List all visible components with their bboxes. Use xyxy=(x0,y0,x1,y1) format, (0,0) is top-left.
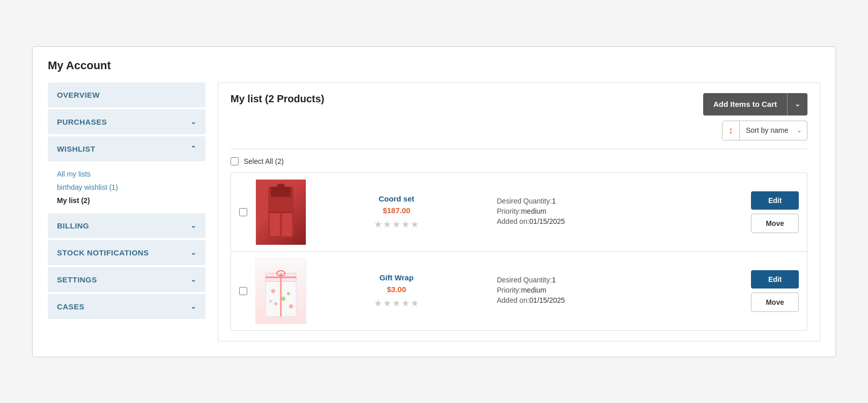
desired-qty-2: Desired Quantity:1 xyxy=(497,276,743,284)
product-info-1: Coord set $187.00 ★ ★ ★ ★ ★ xyxy=(314,194,478,230)
content-area: My list (2 Products) Add Items to Cart ⌄… xyxy=(218,82,820,341)
cases-chevron-icon: ⌄ xyxy=(190,302,196,310)
cases-label: CASES xyxy=(57,302,84,311)
main-layout: OVERVIEW PURCHASES ⌄ WISHLIST ⌃ All my l… xyxy=(48,82,820,341)
star-2: ★ xyxy=(383,298,391,309)
product-meta-2: Desired Quantity:1 Priority:medium Added… xyxy=(486,276,743,306)
product-actions-1: Edit Move xyxy=(751,191,799,233)
product-checkbox-1[interactable] xyxy=(239,208,247,216)
svg-rect-4 xyxy=(270,213,280,236)
star-1: ★ xyxy=(374,298,382,309)
product-image-2 xyxy=(255,258,306,324)
purchases-label: PURCHASES xyxy=(57,118,107,126)
added-on-2: Added on:01/15/2025 xyxy=(497,296,743,304)
product-info-2: Gift Wrap $3.00 ★ ★ ★ ★ ★ xyxy=(314,273,478,309)
sidebar-item-purchases[interactable]: PURCHASES ⌄ xyxy=(48,109,206,134)
product-image-1 xyxy=(255,179,306,245)
product-name-1[interactable]: Coord set xyxy=(314,194,478,203)
select-all-row: Select All (2) xyxy=(230,157,807,165)
sort-icon-box: ↕ xyxy=(722,121,740,140)
sidebar-item-overview[interactable]: OVERVIEW xyxy=(48,82,206,107)
sidebar-item-billing[interactable]: BILLING ⌄ xyxy=(48,213,206,238)
add-to-cart-label: Add Items to Cart xyxy=(703,94,787,114)
stock-notifications-chevron-icon: ⌄ xyxy=(190,248,196,256)
edit-button-1[interactable]: Edit xyxy=(751,191,799,210)
coord-set-image xyxy=(256,180,306,245)
header-actions: Add Items to Cart ⌄ ↕ Sort by name Sort … xyxy=(703,93,807,140)
product-checkbox-2[interactable] xyxy=(239,287,247,295)
star-1: ★ xyxy=(374,219,382,230)
move-button-1[interactable]: Move xyxy=(751,214,799,233)
purchases-chevron-icon: ⌄ xyxy=(190,118,196,126)
settings-label: SETTINGS xyxy=(57,275,97,284)
star-3: ★ xyxy=(392,219,400,230)
product-price-2: $3.00 xyxy=(314,285,478,294)
page-title: My Account xyxy=(48,59,820,72)
billing-chevron-icon: ⌄ xyxy=(190,221,196,229)
svg-point-12 xyxy=(281,297,285,301)
submenu-birthday-wishlist[interactable]: birthday wishlist (1) xyxy=(57,181,196,194)
added-on-1: Added on:01/15/2025 xyxy=(497,217,743,225)
star-5: ★ xyxy=(411,298,419,309)
page-wrapper: My Account OVERVIEW PURCHASES ⌄ WISHLIST… xyxy=(32,46,836,357)
move-button-2[interactable]: Move xyxy=(751,293,799,312)
content-header: My list (2 Products) Add Items to Cart ⌄… xyxy=(230,93,807,149)
table-row: Coord set $187.00 ★ ★ ★ ★ ★ Desired Quan… xyxy=(231,173,807,252)
sidebar-item-wishlist[interactable]: WISHLIST ⌃ xyxy=(48,136,206,161)
svg-point-13 xyxy=(274,302,277,305)
wishlist-label: WISHLIST xyxy=(57,145,95,153)
svg-rect-1 xyxy=(271,187,291,197)
sidebar-item-stock-notifications[interactable]: STOCK NOTIFICATIONS ⌄ xyxy=(48,240,206,265)
product-stars-1: ★ ★ ★ ★ ★ xyxy=(314,219,478,230)
svg-rect-5 xyxy=(282,213,292,236)
svg-point-16 xyxy=(289,304,293,308)
svg-point-15 xyxy=(269,300,272,303)
star-2: ★ xyxy=(383,219,391,230)
wishlist-submenu: All my lists birthday wishlist (1) My li… xyxy=(48,163,206,213)
svg-point-2 xyxy=(277,184,285,188)
select-all-label[interactable]: Select All (2) xyxy=(244,157,284,165)
product-stars-2: ★ ★ ★ ★ ★ xyxy=(314,298,478,309)
priority-1: Priority:medium xyxy=(497,207,743,215)
sort-bar: ↕ Sort by name Sort by price Sort by dat… xyxy=(722,121,807,140)
wishlist-chevron-icon: ⌃ xyxy=(190,145,196,153)
sort-dropdown-wrapper: Sort by name Sort by price Sort by date … xyxy=(740,122,807,138)
svg-point-14 xyxy=(287,292,290,295)
add-to-cart-arrow-icon: ⌄ xyxy=(788,94,807,114)
list-title: My list (2 Products) xyxy=(230,93,324,105)
select-all-checkbox[interactable] xyxy=(230,157,239,165)
settings-chevron-icon: ⌄ xyxy=(190,275,196,283)
star-4: ★ xyxy=(401,219,410,230)
star-3: ★ xyxy=(392,298,400,309)
product-table: Coord set $187.00 ★ ★ ★ ★ ★ Desired Quan… xyxy=(230,172,807,331)
table-row: Gift Wrap $3.00 ★ ★ ★ ★ ★ Desired Quanti… xyxy=(231,252,807,330)
billing-label: BILLING xyxy=(57,221,89,230)
edit-button-2[interactable]: Edit xyxy=(751,270,799,289)
sort-order-icon: ↕ xyxy=(729,125,733,136)
sidebar-item-settings[interactable]: SETTINGS ⌄ xyxy=(48,267,206,292)
submenu-all-lists[interactable]: All my lists xyxy=(57,167,196,181)
stock-notifications-label: STOCK NOTIFICATIONS xyxy=(57,248,149,257)
add-items-to-cart-button[interactable]: Add Items to Cart ⌄ xyxy=(703,93,807,116)
svg-point-11 xyxy=(271,289,275,293)
sort-select[interactable]: Sort by name Sort by price Sort by date xyxy=(740,122,807,138)
product-meta-1: Desired Quantity:1 Priority:medium Added… xyxy=(486,197,743,227)
product-name-2[interactable]: Gift Wrap xyxy=(314,273,478,282)
gift-wrap-image xyxy=(256,258,306,324)
priority-2: Priority:medium xyxy=(497,286,743,294)
overview-label: OVERVIEW xyxy=(57,91,100,99)
sidebar: OVERVIEW PURCHASES ⌄ WISHLIST ⌃ All my l… xyxy=(48,82,206,341)
desired-qty-1: Desired Quantity:1 xyxy=(497,197,743,205)
star-5: ★ xyxy=(411,219,419,230)
submenu-my-list[interactable]: My list (2) xyxy=(57,194,196,207)
star-4: ★ xyxy=(401,298,410,309)
sidebar-item-cases[interactable]: CASES ⌄ xyxy=(48,294,206,319)
product-price-1: $187.00 xyxy=(314,206,478,215)
product-actions-2: Edit Move xyxy=(751,270,799,312)
